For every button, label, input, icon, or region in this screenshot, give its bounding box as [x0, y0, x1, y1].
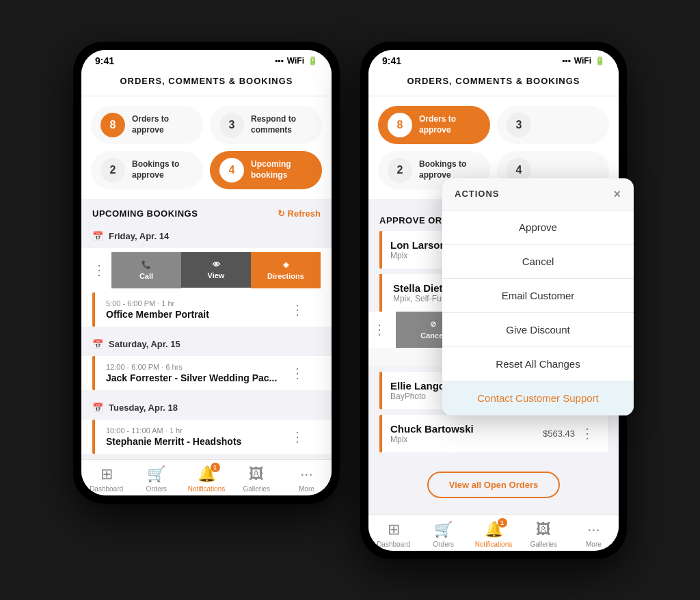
nav-dashboard-2[interactable]: ⊞ Dashboard: [368, 521, 418, 548]
bookings-label-2: Bookings toapprove: [419, 159, 466, 180]
summary-grid-1: 8 Orders toapprove 3 Respond tocomments …: [81, 96, 332, 199]
directions-button[interactable]: ◈ Directions: [251, 252, 321, 288]
refresh-button[interactable]: ↻ Refresh: [278, 208, 321, 219]
action-contact-support[interactable]: Contact Customer Support: [442, 381, 634, 415]
action-reset-all[interactable]: Reset All Changes: [442, 347, 634, 381]
orders-label: Orders toapprove: [132, 114, 169, 135]
status-time-1: 9:41: [95, 55, 114, 66]
more-label-1: More: [299, 485, 314, 493]
view-all-container: View all Open Orders: [368, 458, 619, 515]
nav-galleries-2[interactable]: 🖼 Galleries: [519, 521, 569, 548]
orders-badge-2: 8: [388, 113, 412, 137]
booking-item-office: 5:00 - 6:00 PM · 1 hr Office Member Port…: [92, 292, 321, 327]
order-name-1: Lon Larson: [390, 239, 446, 251]
booking-title-3: Stephanie Merritt - Headshots: [106, 436, 241, 447]
signal-icon-2: ▪▪▪: [562, 56, 571, 66]
bookings-badge-2: 2: [388, 158, 412, 182]
view-button[interactable]: 👁 View: [181, 252, 251, 288]
view-all-button[interactable]: View all Open Orders: [427, 472, 561, 498]
phone-1: 9:41 ▪▪▪ WiFi 🔋 ORDERS, COMMENTS & BOOKI…: [73, 42, 340, 504]
nav-orders-2[interactable]: 🛒 Orders: [418, 521, 468, 548]
booking-time-3: 10:00 - 11:00 AM · 1 hr: [106, 426, 241, 435]
dashboard-icon-2: ⊞: [388, 521, 400, 538]
orders-badge: 8: [100, 113, 125, 137]
action-approve[interactable]: Approve: [442, 210, 634, 245]
orders-to-approve-card[interactable]: 8 Orders toapprove: [91, 106, 203, 144]
actions-popup: ACTIONS × Approve Cancel Email Customer …: [442, 178, 634, 415]
dashboard-icon-1: ⊞: [100, 465, 113, 483]
date-group-friday: 📅 Friday, Apr. 14 ⋮ 📞 Call 👁 View ◈: [81, 224, 332, 327]
galleries-label-2: Galleries: [530, 541, 556, 548]
stella-dots[interactable]: ⋮: [373, 321, 386, 338]
status-icons-1: ▪▪▪ WiFi 🔋: [275, 56, 318, 66]
action-email-customer[interactable]: Email Customer: [442, 279, 634, 313]
date-tuesday: 📅 Tuesday, Apr. 18: [81, 396, 332, 420]
wifi-icon: WiFi: [287, 56, 304, 66]
upcoming-label: Upcomingbookings: [251, 159, 291, 180]
action-give-discount[interactable]: Give Discount: [442, 313, 634, 347]
galleries-label-1: Galleries: [243, 485, 269, 493]
calendar-icon-2: 📅: [92, 339, 103, 349]
upcoming-section-title: UPCOMING BOOKINGS: [92, 208, 198, 219]
status-icons-2: ▪▪▪ WiFi 🔋: [562, 56, 605, 66]
directions-icon: ◈: [283, 260, 288, 269]
view-icon: 👁: [213, 260, 220, 269]
app-header-2: ORDERS, COMMENTS & BOOKINGS: [368, 69, 619, 96]
status-bar-1: 9:41 ▪▪▪ WiFi 🔋: [81, 50, 332, 69]
nav-orders-1[interactable]: 🛒 Orders: [131, 465, 181, 493]
action-cancel[interactable]: Cancel: [442, 245, 634, 279]
nav-galleries-1[interactable]: 🖼 Galleries: [232, 465, 282, 493]
close-button[interactable]: ×: [613, 188, 621, 200]
orders-icon-1: 🛒: [147, 465, 165, 483]
calendar-icon: 📅: [92, 231, 103, 241]
nav-notifications-1[interactable]: 🔔 1 Notifications: [181, 465, 231, 493]
nav-notifications-2[interactable]: 🔔 1 Notifications: [468, 521, 518, 548]
more-icon-1: ···: [300, 465, 312, 483]
order-chuck[interactable]: Chuck Bartowski Mpix $563.43 ⋮: [379, 415, 608, 452]
nav-more-2[interactable]: ··· More: [569, 521, 619, 548]
nav-dashboard-1[interactable]: ⊞ Dashboard: [81, 465, 131, 493]
upcoming-badge: 4: [219, 158, 244, 182]
more-dots-3[interactable]: ⋮: [291, 428, 304, 445]
date-group-tuesday: 📅 Tuesday, Apr. 18 10:00 - 11:00 AM · 1 …: [81, 396, 332, 454]
comments-card-2[interactable]: 3: [497, 106, 609, 144]
orders-icon-2: 🛒: [434, 521, 453, 538]
comments-badge: 3: [219, 113, 244, 137]
more-dots-2[interactable]: ⋮: [291, 365, 304, 381]
comments-badge-2: 3: [507, 113, 531, 137]
cancel-icon: ⊘: [430, 320, 436, 329]
call-icon: 📞: [142, 260, 151, 269]
date-saturday: 📅 Saturday, Apr. 15: [81, 332, 332, 356]
app-header-1: ORDERS, COMMENTS & BOOKINGS: [81, 69, 332, 96]
more-icon-2: ···: [587, 521, 600, 538]
notifications-badge-2: 1: [498, 518, 507, 528]
call-button[interactable]: 📞 Call: [111, 252, 181, 288]
respond-comments-card[interactable]: 3 Respond tocomments: [210, 106, 322, 144]
order-name-4: Chuck Bartowski: [390, 423, 474, 435]
action-row-friday: ⋮ 📞 Call 👁 View ◈ Directions: [81, 248, 332, 292]
more-dots-1[interactable]: ⋮: [291, 301, 304, 318]
nav-more-1[interactable]: ··· More: [282, 465, 332, 493]
signal-icon: ▪▪▪: [275, 56, 284, 66]
dashboard-label-1: Dashboard: [90, 485, 123, 493]
upcoming-bookings-card[interactable]: 4 Upcomingbookings: [210, 151, 322, 189]
battery-icon: 🔋: [308, 56, 318, 66]
notifications-icon-1: 🔔 1: [198, 465, 216, 483]
upcoming-section-header: UPCOMING BOOKINGS ↻ Refresh: [81, 199, 332, 224]
orders-label-1: Orders: [146, 485, 167, 493]
bottom-nav-2: ⊞ Dashboard 🛒 Orders 🔔 1 Notifications 🖼: [368, 515, 619, 551]
bookings-approve-card[interactable]: 2 Bookings toapprove: [91, 151, 203, 189]
order-price-4: $563.43: [543, 428, 575, 439]
bottom-nav-1: ⊞ Dashboard 🛒 Orders 🔔 1 Notifications 🖼: [81, 459, 332, 495]
refresh-icon: ↻: [278, 208, 285, 219]
order-dots-4[interactable]: ⋮: [580, 425, 594, 441]
order-sub-1: Mpix: [390, 251, 446, 260]
phone-2: 9:41 ▪▪▪ WiFi 🔋 ORDERS, COMMENTS & BOOKI…: [360, 42, 627, 559]
more-dots-friday[interactable]: ⋮: [92, 262, 106, 278]
orders-approve-card-2[interactable]: 8 Orders toapprove: [378, 106, 490, 144]
notifications-label-2: Notifications: [475, 541, 512, 548]
order-sub-4: Mpix: [390, 435, 474, 444]
booking-time-1: 5:00 - 6:00 PM · 1 hr: [106, 299, 209, 308]
battery-icon-2: 🔋: [595, 56, 605, 66]
status-bar-2: 9:41 ▪▪▪ WiFi 🔋: [368, 50, 619, 69]
